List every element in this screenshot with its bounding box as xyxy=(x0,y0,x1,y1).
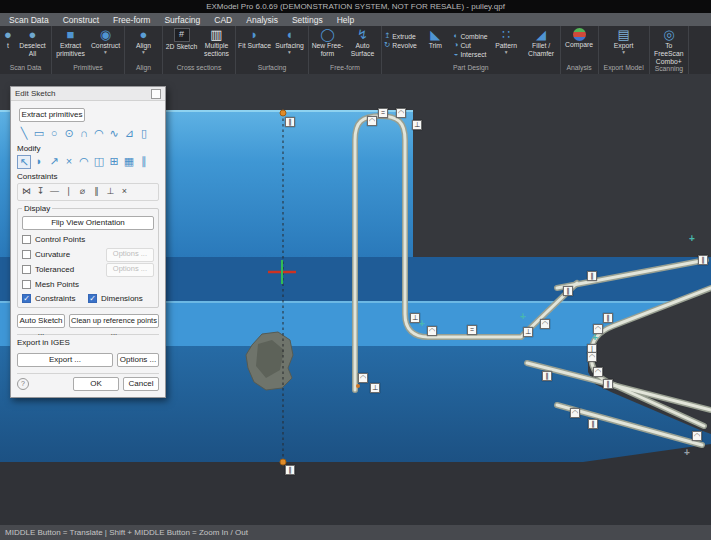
ribbon-item-align[interactable]: ●Align▾ xyxy=(127,28,160,54)
menu-item-settings[interactable]: Settings xyxy=(292,15,323,25)
ribbon-item-trim[interactable]: ◣Trim xyxy=(419,28,452,50)
constraint-glyph-marker[interactable]: ∥ xyxy=(285,465,295,475)
constraint-glyph-marker[interactable]: ◠ xyxy=(540,319,550,329)
vertical-constraint-icon[interactable]: ∣ xyxy=(62,185,75,199)
ribbon-item-auto-surface[interactable]: ↯Auto Surface xyxy=(346,28,379,58)
ribbon-item-multiple-sections[interactable]: ▥Multiple sections xyxy=(200,28,233,58)
ribbon-item-2d-sketch[interactable]: #2D Sketch xyxy=(165,28,198,51)
constraint-glyph-marker[interactable]: ◠ xyxy=(593,367,603,377)
constraint-glyph-marker[interactable]: ∥ xyxy=(285,117,295,127)
split-tool-icon[interactable]: ◫ xyxy=(92,155,106,169)
constraint-glyph-marker[interactable]: ◠ xyxy=(570,408,580,418)
ribbon-item-pattern[interactable]: ∷Pattern▾ xyxy=(490,28,523,54)
menu-item-surfacing[interactable]: Surfacing xyxy=(164,15,200,25)
export-button[interactable]: Export ... xyxy=(17,353,113,367)
parallel-constraint-icon[interactable]: ∥ xyxy=(90,185,103,199)
circle-tool-icon[interactable]: ○ xyxy=(47,127,61,141)
axis-endpoint-top[interactable] xyxy=(280,110,286,116)
checkbox-constraints[interactable]: ✓ xyxy=(22,294,31,303)
menu-item-help[interactable]: Help xyxy=(337,15,354,25)
constraint-glyph-marker[interactable]: ∥ xyxy=(603,313,613,323)
ribbon-item-fillet-chamfer[interactable]: ◢Fillet / Chamfer xyxy=(525,28,558,58)
polyline-tool-icon[interactable]: ⊿ xyxy=(122,127,136,141)
ribbon-item-extract-primitives[interactable]: ■Extract primitives xyxy=(54,28,87,58)
checkbox-curvature[interactable] xyxy=(22,250,31,259)
dialog-titlebar[interactable]: Edit Sketch xyxy=(11,87,165,101)
checkbox-dimensions[interactable]: ✓ xyxy=(88,294,97,303)
ribbon-item-to-freescan-combo[interactable]: ◎To FreeScan Combo+ xyxy=(652,28,685,65)
arc-tool-icon[interactable]: ◠ xyxy=(92,127,106,141)
constraint-glyph-marker[interactable]: ◠ xyxy=(358,373,368,383)
rectangle-tool-icon[interactable]: ▭ xyxy=(32,127,46,141)
constraint-glyph-marker[interactable]: = xyxy=(378,108,388,118)
checkbox-toleranced[interactable] xyxy=(22,265,31,274)
ribbon-item-surfacing[interactable]: ◖Surfacing▾ xyxy=(273,28,306,54)
anchor-constraint-icon[interactable]: ↧ xyxy=(34,185,47,199)
ribbon-item-combine[interactable]: ◐Combine xyxy=(454,32,488,40)
constraint-glyph-marker[interactable]: ◠ xyxy=(692,431,702,441)
ribbon-item-extrude[interactable]: ↥Extrude xyxy=(384,32,417,40)
constraint-glyph-marker[interactable]: ∥ xyxy=(542,371,552,381)
constraint-glyph-marker[interactable]: ⊥ xyxy=(412,120,422,130)
toleranced-options-button[interactable]: Options ... xyxy=(106,263,154,277)
curvature-options-button[interactable]: Options ... xyxy=(106,248,154,262)
cleanup-reference-points-button[interactable]: Clean up reference points ... xyxy=(69,314,159,328)
perpendicular-constraint-icon[interactable]: ⊥ xyxy=(104,185,117,199)
flip-view-orientation-button[interactable]: Flip View Orientation xyxy=(22,216,154,230)
constraint-glyph-marker[interactable]: ∥ xyxy=(603,379,613,389)
constraint-glyph-marker[interactable]: = xyxy=(467,325,477,335)
clipped-tool-icon: ● xyxy=(2,28,14,42)
auto-sketch-button[interactable]: Auto Sketch ... xyxy=(17,314,65,328)
menu-item-analysis[interactable]: Analysis xyxy=(246,15,278,25)
fillet-tool-icon[interactable]: ◠ xyxy=(77,155,91,169)
ok-button[interactable]: OK xyxy=(73,377,119,391)
menu-item-construct[interactable]: Construct xyxy=(63,15,99,25)
ribbon-item-intersect[interactable]: ◒Intersect xyxy=(454,50,488,58)
ribbon-item-cut[interactable]: ◑Cut xyxy=(454,41,488,49)
constraint-glyph-marker[interactable]: ◠ xyxy=(396,108,406,118)
horizontal-constraint-icon[interactable]: — xyxy=(48,185,61,199)
ribbon-item-partial[interactable]: ●t xyxy=(2,28,14,50)
ribbon-item-export[interactable]: ▤Export▾ xyxy=(607,28,640,54)
move-tool-icon[interactable]: ↗ xyxy=(47,155,61,169)
constraint-glyph-marker[interactable]: ⊥ xyxy=(523,327,533,337)
offset-edge-tool-icon[interactable]: ▯ xyxy=(137,127,151,141)
checkbox-control-points[interactable] xyxy=(22,235,31,244)
cancel-button[interactable]: Cancel xyxy=(123,377,159,391)
spline-tool-icon[interactable]: ∿ xyxy=(107,127,121,141)
constraint-glyph-marker[interactable]: ∥ xyxy=(698,255,708,265)
constraint-glyph-marker[interactable]: ◠ xyxy=(427,326,437,336)
delete-tool-icon[interactable]: × xyxy=(62,155,76,169)
sketch-endpoint-dot[interactable] xyxy=(356,384,360,388)
constraint-glyph-marker[interactable]: ◠ xyxy=(367,116,377,126)
hatch-tool-icon[interactable]: ∥ xyxy=(137,155,151,169)
ribbon-item-revolve[interactable]: ↻Revolve xyxy=(384,41,417,49)
slot-tool-icon[interactable]: ∩ xyxy=(77,127,91,141)
coincident-constraint-icon[interactable]: ⋈ xyxy=(20,185,33,199)
dialog-close-button[interactable] xyxy=(151,89,161,99)
ribbon-item-deselect-all[interactable]: ●Deselect All xyxy=(16,28,49,58)
menu-item-cad[interactable]: CAD xyxy=(214,15,232,25)
constraint-glyph-marker[interactable]: ∥ xyxy=(563,286,573,296)
ribbon-item-construct[interactable]: ◉Construct▾ xyxy=(89,28,122,54)
ribbon-item-compare[interactable]: Compare xyxy=(563,28,596,49)
ribbon-item-new-free-form[interactable]: ◯New Free-form xyxy=(311,28,344,58)
checkbox-mesh-points[interactable] xyxy=(22,280,31,289)
merge-tool-icon[interactable]: ⊞ xyxy=(107,155,121,169)
constraint-glyph-marker[interactable]: ◠ xyxy=(587,352,597,362)
center-circle-tool-icon[interactable]: ⊙ xyxy=(62,127,76,141)
constraint-glyph-marker[interactable]: ∥ xyxy=(587,271,597,281)
ribbon-item-fit-surface[interactable]: ◗Fit Surface xyxy=(238,28,271,50)
menu-item-free-form[interactable]: Free-form xyxy=(113,15,150,25)
extract-primitives-button[interactable]: Extract primitives xyxy=(19,108,85,122)
tangent-constraint-icon[interactable]: ⌀ xyxy=(76,185,89,199)
select-tool-icon[interactable]: ↖ xyxy=(17,155,31,169)
line-tool-icon[interactable]: ╲ xyxy=(17,127,31,141)
offset-tool-icon[interactable]: ◗ xyxy=(32,155,46,169)
export-options-button[interactable]: Options ... xyxy=(117,353,159,367)
pattern-tool-icon[interactable]: ▦ xyxy=(122,155,136,169)
help-icon[interactable]: ? xyxy=(17,378,29,390)
menu-item-scan-data[interactable]: Scan Data xyxy=(9,15,49,25)
constraint-glyph-marker[interactable]: ⊥ xyxy=(370,383,380,393)
constraint-glyph-marker[interactable]: ∥ xyxy=(588,419,598,429)
